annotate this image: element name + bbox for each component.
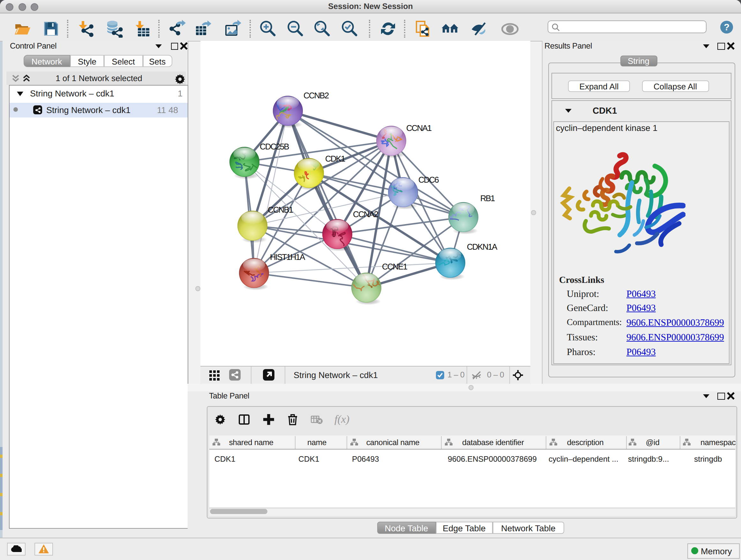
svg-text:?: ? (724, 23, 730, 33)
